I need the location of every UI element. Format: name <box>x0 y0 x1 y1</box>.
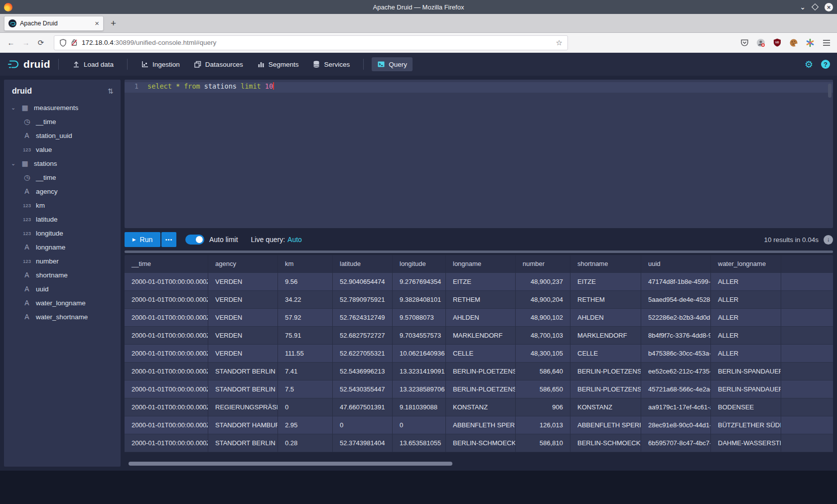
bookmark-star-icon[interactable]: ☆ <box>556 38 562 47</box>
table-cell[interactable]: aa9179c1-17ef-4c61-a48e <box>641 398 711 416</box>
nav-item-datasources[interactable]: Datasources <box>188 57 249 71</box>
close-icon[interactable]: × <box>825 3 833 11</box>
table-cell[interactable]: 2000-01-01T00:00:00.000Z <box>125 327 208 345</box>
table-cell[interactable]: VERDEN <box>208 273 278 291</box>
tree-column-longitude[interactable]: 123longitude <box>4 226 121 240</box>
table-cell[interactable]: MARKLENDORF <box>570 327 641 345</box>
chevron-down-icon[interactable]: ⌄ <box>11 105 16 111</box>
table-cell[interactable]: EITZE <box>570 273 641 291</box>
table-cell[interactable]: ALLER <box>711 345 781 363</box>
table-cell[interactable]: 47.6607501391 <box>333 398 393 416</box>
table-cell[interactable]: CELLE <box>570 345 641 363</box>
table-cell[interactable]: BERLIN-SCHMOECKWITZ <box>446 434 516 452</box>
insecure-lock-icon[interactable] <box>71 39 78 46</box>
table-cell[interactable]: 9.56 <box>278 273 333 291</box>
tree-column-shortname[interactable]: Ashortname <box>4 268 121 282</box>
table-cell[interactable]: 0 <box>333 416 393 434</box>
table-cell[interactable]: 48,900,102 <box>516 309 570 327</box>
column-header-km[interactable]: km <box>278 255 333 273</box>
table-cell[interactable]: 52.7624312749 <box>333 309 393 327</box>
help-icon[interactable]: ? <box>821 60 830 69</box>
table-cell[interactable]: 7.5 <box>278 380 333 398</box>
tree-table-stations[interactable]: ⌄▦stations <box>4 156 121 170</box>
table-cell[interactable]: 0 <box>393 416 446 434</box>
column-header-shortname[interactable]: shortname <box>570 255 641 273</box>
table-cell[interactable]: 2000-01-01T00:00:00.000Z <box>125 434 208 452</box>
table-cell[interactable]: 48,700,103 <box>516 327 570 345</box>
tree-column-station_uuid[interactable]: Astation_uuid <box>4 128 121 142</box>
table-cell[interactable]: 34.22 <box>278 291 333 309</box>
shield-icon[interactable] <box>59 39 67 47</box>
table-cell[interactable]: 2000-01-01T00:00:00.000Z <box>125 345 208 363</box>
nav-item-ingestion[interactable]: Ingestion <box>136 57 185 71</box>
table-cell[interactable]: 2000-01-01T00:00:00.000Z <box>125 309 208 327</box>
table-cell[interactable]: STANDORT BERLIN <box>208 434 278 452</box>
url-bar[interactable]: 172.18.0.4:30899/unified-console.html#qu… <box>54 35 568 50</box>
table-cell[interactable]: BERLIN-SPANDAUER-S <box>711 380 781 398</box>
table-cell[interactable]: 2000-01-01T00:00:00.000Z <box>125 273 208 291</box>
tree-table-measurements[interactable]: ⌄▦measurements <box>4 101 121 115</box>
table-cell[interactable]: 52.6227055321 <box>333 345 393 363</box>
table-cell[interactable]: STANDORT BERLIN <box>208 380 278 398</box>
table-cell[interactable]: ALLER <box>711 291 781 309</box>
horizontal-scrollbar[interactable] <box>125 461 833 467</box>
tree-column-km[interactable]: 123km <box>4 198 121 212</box>
table-cell[interactable]: STANDORT BERLIN <box>208 363 278 380</box>
tree-column-agency[interactable]: Aagency <box>4 184 121 198</box>
horizontal-scrollbar-thumb[interactable] <box>129 462 452 466</box>
table-cell[interactable]: 48,900,237 <box>516 273 570 291</box>
table-cell[interactable]: MARKLENDORF <box>446 327 516 345</box>
table-cell[interactable]: ALLER <box>711 273 781 291</box>
tree-column-latitude[interactable]: 123latitude <box>4 212 121 226</box>
tree-column-__time[interactable]: ◷__time <box>4 115 121 128</box>
table-cell[interactable]: CELLE <box>446 345 516 363</box>
nav-item-query[interactable]: Query <box>372 57 413 71</box>
maximize-icon[interactable] <box>812 3 819 10</box>
account-icon[interactable] <box>756 38 765 47</box>
table-cell[interactable]: BERLIN-SCHMOECKWITZ <box>570 434 641 452</box>
more-options-button[interactable]: ••• <box>161 232 176 247</box>
chevron-down-icon[interactable]: ⌄ <box>11 160 16 167</box>
table-cell[interactable]: VERDEN <box>208 291 278 309</box>
browser-tab[interactable]: Apache Druid × <box>4 16 104 31</box>
reload-icon[interactable]: ⟳ <box>36 38 46 47</box>
table-cell[interactable]: VERDEN <box>208 345 278 363</box>
table-cell[interactable]: 52.3743981404 <box>333 434 393 452</box>
table-cell[interactable]: 906 <box>516 398 570 416</box>
table-cell[interactable]: 2.95 <box>278 416 333 434</box>
table-cell[interactable]: 52.7890975921 <box>333 291 393 309</box>
url-text[interactable]: 172.18.0.4:30899/unified-console.html#qu… <box>82 39 552 46</box>
table-cell[interactable]: 2000-01-01T00:00:00.000Z <box>125 291 208 309</box>
column-header-water_longname[interactable]: water_longname <box>711 255 781 273</box>
table-cell[interactable]: 10.0621640936 <box>393 345 446 363</box>
table-cell[interactable]: 8b4f9f7c-3376-4dd8-95c5 <box>641 327 711 345</box>
menu-icon[interactable] <box>822 38 831 47</box>
new-tab-button[interactable]: + <box>111 18 116 29</box>
table-cell[interactable]: 111.55 <box>278 345 333 363</box>
table-cell[interactable]: RETHEM <box>446 291 516 309</box>
table-cell[interactable]: STANDORT HAMBURG <box>208 416 278 434</box>
tab-close-icon[interactable]: × <box>95 19 99 27</box>
table-cell[interactable]: 52.9040654474 <box>333 273 393 291</box>
table-cell[interactable]: 9.2767694354 <box>393 273 446 291</box>
table-cell[interactable]: 5aaed954-de4e-4528-8f8 <box>641 291 711 309</box>
nav-item-services[interactable]: Services <box>307 57 355 71</box>
column-header-uuid[interactable]: uuid <box>641 255 711 273</box>
table-cell[interactable]: ABBENFLETH SPERRWEI <box>446 416 516 434</box>
table-cell[interactable]: 48,300,105 <box>516 345 570 363</box>
druid-logo[interactable]: druid <box>7 58 50 71</box>
run-button[interactable]: ▶ Run <box>125 232 160 247</box>
table-cell[interactable]: AHLDEN <box>446 309 516 327</box>
table-cell[interactable]: b475386c-30cc-453a-b3b8 <box>641 345 711 363</box>
tree-column-longname[interactable]: Alongname <box>4 240 121 254</box>
table-cell[interactable]: BÜTZFLETHER SÜDERE <box>711 416 781 434</box>
column-header-__time[interactable]: __time <box>125 255 208 273</box>
settings-gear-icon[interactable]: ⚙ <box>805 59 813 70</box>
column-header-longname[interactable]: longname <box>446 255 516 273</box>
table-cell[interactable]: 586,810 <box>516 434 570 452</box>
table-cell[interactable]: 45721a68-566c-4e2a-a6a4 <box>641 380 711 398</box>
table-cell[interactable]: 13.3238589706 <box>393 380 446 398</box>
tree-column-water_longname[interactable]: Awater_longname <box>4 296 121 310</box>
minimize-icon[interactable]: ⌄ <box>800 4 806 9</box>
sql-editor[interactable]: 1 select * from stations limit 10 <box>125 80 833 228</box>
